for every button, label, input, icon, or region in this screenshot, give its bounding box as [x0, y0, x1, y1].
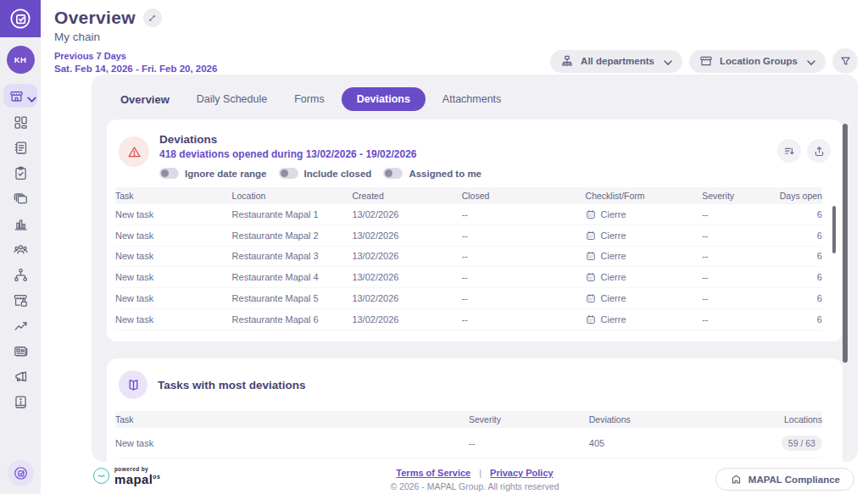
sidebar-item-announcements[interactable] — [3, 364, 37, 389]
sidebar-item-tasks[interactable] — [3, 160, 37, 186]
sort-icon — [783, 145, 796, 158]
col-locations: Locations — [716, 414, 822, 425]
toggle-assigned-to-me[interactable]: Assigned to me — [383, 168, 481, 179]
calendar-icon — [586, 251, 596, 261]
cell-days-open: 6 — [773, 251, 822, 261]
sidebar-item-trends[interactable] — [3, 313, 37, 338]
cell-severity: -- — [702, 251, 772, 261]
chevron-down-icon — [661, 56, 672, 67]
compliance-mini-logo[interactable] — [8, 460, 34, 486]
expand-button[interactable] — [143, 8, 162, 27]
book-circle — [119, 370, 147, 399]
cell-severity: -- — [702, 230, 772, 241]
funnel-icon — [839, 55, 852, 68]
cell-checklist: Cierre — [586, 209, 703, 219]
tasks-card-title: Tasks with most deviations — [158, 379, 306, 391]
cell-location: Restaurante Mapal 4 — [232, 272, 353, 282]
toggle-knob — [281, 169, 288, 177]
chevron-down-icon — [804, 56, 815, 67]
filter-button[interactable] — [832, 48, 858, 74]
table-row[interactable]: New task Restaurante Mapal 2 13/02/2026 … — [115, 225, 822, 247]
chevron-down-icon — [25, 92, 32, 100]
sidebar-item-team[interactable] — [3, 236, 37, 262]
deviations-subtitle: 418 deviations opened during 13/02/2026 … — [159, 148, 481, 160]
calendar-icon — [586, 230, 596, 241]
sidebar-item-news[interactable] — [3, 338, 37, 364]
tab-overview[interactable]: Overview — [110, 88, 180, 111]
deviations-table-header: Task Location Created Closed Checklist/F… — [115, 187, 822, 204]
cell-severity: -- — [702, 314, 772, 325]
sidebar-item-org-structure[interactable] — [3, 262, 37, 287]
table-row[interactable]: New task Restaurante Mapal 1 13/02/2026 … — [115, 204, 822, 225]
toggle-ignore-date-range[interactable]: Ignore date range — [159, 168, 267, 179]
deviations-card-titles: Deviations 418 deviations opened during … — [159, 130, 481, 179]
privacy-policy-link[interactable]: Privacy Policy — [490, 468, 554, 478]
panel-scrollbar[interactable] — [843, 124, 848, 363]
cell-location: Restaurante Mapal 3 — [232, 251, 353, 261]
table-row[interactable]: New task -- 405 59 / 63 — [115, 428, 822, 458]
sidebar-item-journal[interactable] — [3, 135, 37, 160]
sidebar-item-locations[interactable] — [3, 84, 37, 108]
hierarchy-icon — [13, 267, 29, 283]
sidebar-item-location-security[interactable] — [3, 287, 37, 313]
tab-forms[interactable]: Forms — [284, 88, 334, 110]
toggle-knob — [385, 169, 392, 177]
checklist-name: Cierre — [601, 314, 626, 325]
tasks-table-header: Task Severity Deviations Locations — [115, 411, 822, 428]
sidebar-item-reports[interactable] — [3, 211, 37, 236]
cell-task: New task — [115, 293, 232, 303]
checklist-name: Cierre — [601, 230, 626, 241]
cell-closed: -- — [462, 230, 586, 241]
link-separator: | — [479, 468, 481, 478]
departments-dropdown[interactable]: All departments — [550, 50, 682, 73]
cell-task: New task — [115, 251, 232, 261]
toggle-include-closed[interactable]: Include closed — [279, 168, 372, 179]
table-row[interactable]: New task Restaurante Mapal 6 13/02/2026 … — [115, 309, 822, 330]
cell-checklist: Cierre — [586, 293, 703, 303]
sort-button[interactable] — [777, 139, 801, 163]
sidebar-item-dashboard[interactable] — [3, 109, 37, 135]
bar-chart-icon — [13, 216, 29, 232]
sidebar-item-guide[interactable] — [3, 389, 37, 414]
tab-attachments[interactable]: Attachments — [432, 88, 511, 110]
table-scrollbar[interactable] — [832, 206, 836, 253]
building-icon — [730, 473, 743, 486]
cell-checklist: Cierre — [586, 251, 703, 261]
page-title: Overview — [54, 8, 136, 28]
check-square-logo-icon — [8, 6, 33, 31]
app-logo[interactable] — [0, 0, 41, 37]
tasks-card-header: Tasks with most deviations — [107, 358, 843, 399]
export-icon — [813, 145, 826, 158]
deviations-card: Deviations 418 deviations opened during … — [107, 119, 843, 341]
cell-created: 13/02/2026 — [352, 209, 461, 219]
cell-task: New task — [115, 230, 232, 241]
cell-location: Restaurante Mapal 1 — [232, 209, 353, 219]
deviations-card-header: Deviations 418 deviations opened during … — [107, 119, 843, 179]
cell-created: 13/02/2026 — [352, 293, 461, 303]
checklist-name: Cierre — [601, 209, 626, 219]
terms-of-service-link[interactable]: Terms of Service — [396, 468, 470, 478]
mapal-compliance-button[interactable]: MAPAL Compliance — [715, 468, 854, 491]
tab-daily-schedule[interactable]: Daily Schedule — [186, 88, 277, 110]
cell-checklist: Cierre — [586, 314, 703, 325]
table-row[interactable]: New task Restaurante Mapal 3 13/02/2026 … — [115, 247, 822, 268]
cell-closed: -- — [462, 293, 586, 303]
sidebar-item-templates[interactable] — [3, 186, 37, 211]
content-panel: Overview Daily Schedule Forms Deviations… — [92, 75, 858, 462]
cell-closed: -- — [462, 209, 586, 219]
cell-days-open: 6 — [773, 272, 822, 282]
checklist-name: Cierre — [601, 293, 626, 303]
deviations-table: Task Location Created Closed Checklist/F… — [115, 187, 822, 330]
id-card-icon — [13, 343, 29, 359]
cell-location: Restaurante Mapal 5 — [232, 293, 353, 303]
tab-bar: Overview Daily Schedule Forms Deviations… — [92, 75, 858, 119]
location-groups-dropdown-label: Location Groups — [720, 56, 798, 66]
avatar[interactable]: KH — [7, 46, 35, 74]
col-severity: Severity — [702, 191, 772, 201]
table-row[interactable]: New task Restaurante Mapal 4 13/02/2026 … — [115, 267, 822, 288]
checklist-name: Cierre — [601, 272, 626, 282]
tab-deviations[interactable]: Deviations — [342, 87, 426, 111]
export-button[interactable] — [807, 139, 831, 163]
location-groups-dropdown[interactable]: Location Groups — [689, 50, 826, 73]
table-row[interactable]: New task Restaurante Mapal 5 13/02/2026 … — [115, 288, 822, 309]
